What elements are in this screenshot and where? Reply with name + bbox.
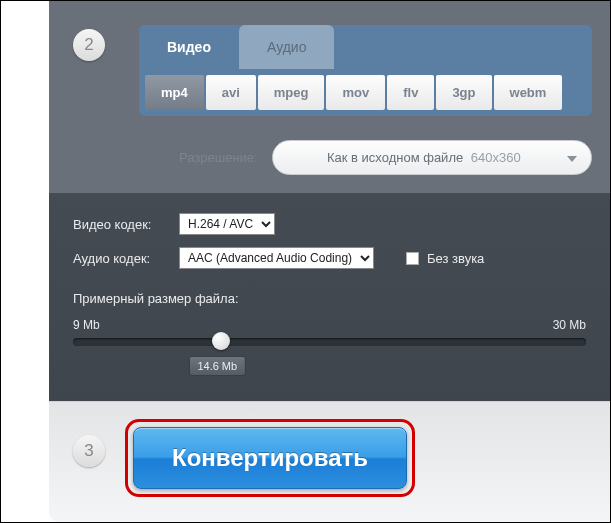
filesize-slider-handle[interactable] — [212, 332, 230, 350]
video-codec-label: Видео кодек: — [73, 217, 169, 232]
mute-label: Без звука — [427, 251, 484, 266]
format-flv[interactable]: flv — [387, 75, 434, 110]
filesize-min: 9 Mb — [73, 318, 100, 332]
tab-audio[interactable]: Аудио — [239, 25, 335, 69]
filesize-slider-track[interactable] — [73, 338, 586, 346]
audio-codec-label: Аудио кодек: — [73, 251, 169, 266]
convert-button[interactable]: Конвертировать — [133, 427, 407, 489]
resolution-value: Как в исходном файле — [327, 150, 463, 165]
format-webm[interactable]: webm — [494, 75, 563, 110]
video-codec-select[interactable]: H.264 / AVC — [179, 213, 275, 235]
filesize-max: 30 Mb — [553, 318, 586, 332]
filesize-value-bubble: 14.6 Mb — [188, 356, 246, 376]
tab-video[interactable]: Видео — [139, 25, 239, 69]
resolution-dim: 640x360 — [471, 150, 521, 165]
mute-checkbox[interactable] — [406, 252, 419, 265]
format-mp4[interactable]: mp4 — [145, 75, 204, 110]
resolution-dropdown[interactable]: Как в исходном файле 640x360 — [272, 140, 592, 175]
filesize-label: Примерный размер файла: — [73, 291, 586, 306]
format-3gp[interactable]: 3gp — [436, 75, 491, 110]
step-2-badge: 2 — [73, 29, 105, 61]
audio-codec-select[interactable]: AAC (Advanced Audio Coding) — [179, 247, 374, 269]
resolution-label: Разрешение: — [179, 150, 258, 165]
convert-highlight: Конвертировать — [125, 419, 415, 497]
format-mov[interactable]: mov — [326, 75, 385, 110]
media-type-tabs: Видео Аудио — [139, 25, 592, 69]
format-tabs: mp4 avi mpeg mov flv 3gp webm — [139, 69, 592, 116]
format-mpeg[interactable]: mpeg — [258, 75, 325, 110]
step-3-badge: 3 — [73, 435, 105, 467]
format-avi[interactable]: avi — [206, 75, 256, 110]
